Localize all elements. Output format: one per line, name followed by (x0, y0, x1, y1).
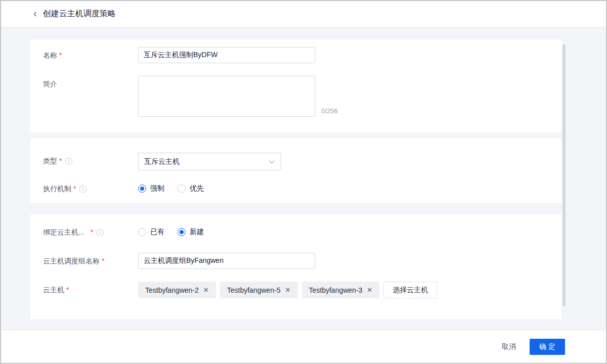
page-header: ‹ 创建云主机调度策略 (1, 1, 606, 27)
create-scheduling-policy-page: ‹ 创建云主机调度策略 名称 * 简介 0/256 类型 * (0, 0, 607, 364)
host-tag-label: Testbyfangwen-2 (145, 286, 199, 294)
bind-group-label: 绑定云主机... * ⓘ (43, 224, 138, 240)
required-asterisk: * (102, 253, 104, 269)
hosts-label: 云主机 * (43, 282, 138, 298)
hosts-label-text: 云主机 (43, 282, 64, 298)
group-name-label-text: 云主机调度组名称 (43, 253, 100, 269)
host-tag: Testbyfangwen-2 ✕ (138, 282, 216, 298)
intro-textarea-wrap: 0/256 (138, 76, 315, 117)
info-icon[interactable]: ⓘ (65, 157, 72, 165)
info-icon[interactable]: ⓘ (79, 185, 86, 193)
mechanism-label-text: 执行机制 (43, 180, 71, 197)
form-row-bind-group: 绑定云主机... * ⓘ 已有 新建 (43, 224, 561, 240)
select-hosts-button[interactable]: 选择云主机 (383, 282, 437, 298)
radio-label: 优先 (190, 184, 204, 193)
radio-label: 新建 (190, 228, 204, 237)
group-name-input[interactable] (138, 253, 315, 269)
mechanism-radio-group: 强制 优先 (138, 180, 217, 197)
confirm-button[interactable]: 确 定 (530, 339, 565, 355)
type-label-text: 类型 (43, 153, 57, 169)
intro-textarea[interactable] (138, 76, 315, 117)
type-card: 类型 * ⓘ 互斥云主机 执行机制 * ⓘ 强制 (30, 138, 561, 203)
host-tag: Testbyfangwen-3 ✕ (302, 282, 380, 298)
mechanism-label: 执行机制 * ⓘ (43, 180, 138, 197)
vertical-scrollbar[interactable] (562, 44, 566, 306)
name-label: 名称 * (43, 47, 138, 63)
required-asterisk: * (66, 282, 69, 298)
type-label: 类型 * ⓘ (43, 153, 138, 169)
footer-bar: 取消 确 定 (1, 330, 606, 363)
radio-label: 已有 (150, 228, 164, 237)
form-row-mechanism: 执行机制 * ⓘ 强制 优先 (43, 180, 561, 197)
close-icon[interactable]: ✕ (203, 287, 209, 293)
group-name-label: 云主机调度组名称 * (43, 253, 138, 269)
required-asterisk: * (91, 224, 93, 240)
radio-label: 强制 (150, 184, 164, 193)
form-row-name: 名称 * (43, 47, 561, 63)
form-row-intro: 简介 0/256 (43, 76, 561, 117)
intro-label-text: 简介 (43, 76, 57, 92)
form-row-group-name: 云主机调度组名称 * (43, 253, 561, 269)
intro-label: 简介 (43, 76, 138, 92)
form-row-hosts: 云主机 * Testbyfangwen-2 ✕ Testbyfangwen-5 … (43, 282, 561, 298)
name-label-text: 名称 (43, 47, 57, 63)
form-row-type: 类型 * ⓘ 互斥云主机 (43, 153, 561, 170)
required-asterisk: * (73, 180, 76, 197)
host-tag-label: Testbyfangwen-3 (309, 286, 363, 294)
bind-group-label-text: 绑定云主机... (43, 224, 84, 240)
radio-option-new[interactable]: 新建 (178, 228, 204, 237)
host-tag-label: Testbyfangwen-5 (227, 286, 281, 294)
close-icon[interactable]: ✕ (285, 287, 291, 293)
host-tags: Testbyfangwen-2 ✕ Testbyfangwen-5 ✕ Test… (138, 282, 437, 298)
radio-option-mandatory[interactable]: 强制 (138, 184, 164, 193)
page-title: 创建云主机调度策略 (43, 9, 116, 19)
info-icon[interactable]: ⓘ (96, 229, 104, 236)
type-select-value: 互斥云主机 (144, 157, 180, 166)
basic-info-card: 名称 * 简介 0/256 (30, 39, 561, 132)
radio-option-priority[interactable]: 优先 (178, 184, 204, 193)
char-counter: 0/256 (321, 107, 338, 115)
radio-unchecked-icon (178, 185, 186, 193)
radio-checked-icon (178, 228, 186, 236)
required-asterisk: * (59, 47, 62, 63)
bind-group-card: 绑定云主机... * ⓘ 已有 新建 云主机调度组名称 * (30, 214, 561, 319)
chevron-down-icon (269, 158, 275, 164)
type-select[interactable]: 互斥云主机 (138, 153, 281, 170)
cancel-button[interactable]: 取消 (500, 339, 518, 354)
radio-unchecked-icon (138, 228, 146, 236)
back-icon[interactable]: ‹ (33, 8, 37, 20)
host-tag: Testbyfangwen-5 ✕ (220, 282, 298, 298)
radio-checked-icon (138, 185, 146, 193)
bind-group-radio-group: 已有 新建 (138, 224, 217, 240)
radio-option-existing[interactable]: 已有 (138, 228, 164, 237)
required-asterisk: * (59, 153, 62, 169)
name-input[interactable] (138, 47, 315, 63)
close-icon[interactable]: ✕ (367, 287, 372, 293)
